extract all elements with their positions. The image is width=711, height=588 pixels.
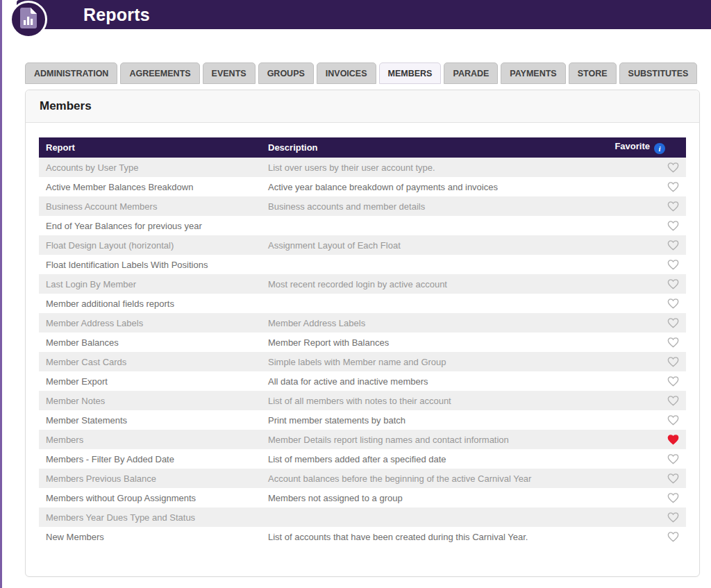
table-row[interactable]: Member additional fields reports [39,294,686,313]
left-edge-accent-line [0,0,2,588]
report-name[interactable]: Members Previous Balance [39,469,261,488]
tab-parade[interactable]: PARADE [444,62,498,84]
tab-store[interactable]: STORE [569,62,617,84]
favorite-button[interactable] [667,201,679,212]
favorite-cell [582,177,686,196]
report-name[interactable]: Member Cast Cards [39,352,261,371]
favorite-cell [582,216,686,235]
report-name[interactable]: Accounts by User Type [39,158,261,177]
favorite-cell [582,255,686,274]
report-name[interactable]: End of Year Balances for previous year [39,216,261,235]
favorite-button[interactable] [667,473,679,484]
report-name[interactable]: Members Year Dues Type and Status [39,507,261,527]
table-row[interactable]: Members Member Details report listing na… [39,430,686,449]
favorite-button[interactable] [667,396,679,406]
favorite-button[interactable] [667,162,679,173]
heart-icon [667,493,679,503]
table-row[interactable]: Float Identification Labels With Positio… [39,255,686,274]
report-name[interactable]: Active Member Balances Breakdown [39,177,261,196]
favorite-button[interactable] [667,357,679,367]
table-row[interactable]: Last Login By Member Most recent recorde… [39,274,686,294]
favorite-cell [582,352,686,371]
report-description: List of members added after a specified … [261,449,582,469]
report-name[interactable]: Member Notes [39,391,261,410]
favorite-button[interactable] [667,182,679,192]
table-row[interactable]: Member Notes List of all members with no… [39,391,686,410]
tab-agreements[interactable]: AGREEMENTS [120,62,199,84]
header-bar: Reports [17,0,711,29]
table-row[interactable]: Member Balances Member Report with Balan… [39,333,686,352]
report-name[interactable]: Member Statements [39,410,261,430]
table-row[interactable]: Members Year Dues Type and Status [39,507,686,527]
heart-icon [667,473,679,484]
table-row[interactable]: Member Statements Print member statement… [39,410,686,430]
favorite-cell [582,294,686,313]
table-row[interactable]: Business Account Members Business accoun… [39,196,686,216]
table-row[interactable]: Member Address Labels Member Address Lab… [39,313,686,333]
favorite-button[interactable] [667,532,679,542]
favorite-cell [582,469,686,488]
report-name[interactable]: Member additional fields reports [39,294,261,313]
table-row[interactable]: Accounts by User Type List over users by… [39,158,686,177]
report-name[interactable]: Member Address Labels [39,313,261,333]
favorite-button[interactable] [667,454,679,464]
favorite-button[interactable] [667,337,679,348]
table-row[interactable]: Active Member Balances Breakdown Active … [39,177,686,196]
heart-icon [667,201,679,212]
report-name[interactable]: Float Identification Labels With Positio… [39,255,261,274]
favorite-button[interactable] [667,260,679,270]
favorite-button[interactable] [667,279,679,289]
tab-events[interactable]: EVENTS [203,62,256,84]
favorite-button[interactable] [667,376,679,387]
favorite-button[interactable] [667,493,679,503]
report-name[interactable]: Member Export [39,371,261,391]
favorite-cell [582,274,686,294]
table-row[interactable]: Member Export All data for active and in… [39,371,686,391]
report-name[interactable]: Members without Group Assignments [39,488,261,507]
favorite-cell [582,235,686,255]
report-name[interactable]: Business Account Members [39,196,261,216]
heart-icon [667,532,679,542]
report-name[interactable]: Member Balances [39,333,261,352]
favorite-button[interactable] [667,512,679,523]
table-row[interactable]: New Members List of accounts that have b… [39,527,686,546]
report-description: Account balances before the beginning of… [261,469,582,488]
panel-title: Members [26,90,699,123]
favorite-button[interactable] [667,299,679,309]
tab-members[interactable]: MEMBERS [379,62,442,84]
table-row[interactable]: Members - Filter By Added Date List of m… [39,449,686,469]
table-row[interactable]: Float Design Layout (horizontal) Assignm… [39,235,686,255]
table-row[interactable]: End of Year Balances for previous year [39,216,686,235]
favorite-cell [582,391,686,410]
info-icon[interactable]: i [654,143,665,154]
table-row[interactable]: Members Previous Balance Account balance… [39,469,686,488]
tab-bar: ADMINISTRATIONAGREEMENTSEVENTSGROUPSINVO… [25,62,700,84]
table-header-row: Report Description Favoritei [39,137,686,158]
heart-icon [667,240,679,251]
tab-administration[interactable]: ADMINISTRATION [25,62,117,84]
tab-groups[interactable]: GROUPS [258,62,314,84]
favorite-button[interactable] [667,318,679,328]
reports-logo-badge [10,1,47,38]
tab-substitutes[interactable]: SUBSTITUTES [619,62,698,84]
table-row[interactable]: Member Cast Cards Simple labels with Mem… [39,352,686,371]
report-name[interactable]: Members [39,430,261,449]
report-name[interactable]: Last Login By Member [39,274,261,294]
report-name[interactable]: New Members [39,527,261,546]
favorite-cell [582,313,686,333]
column-header-report: Report [39,137,261,158]
heart-icon [667,260,679,270]
favorite-button[interactable] [667,435,679,445]
heart-icon [667,182,679,192]
table-row[interactable]: Members without Group Assignments Member… [39,488,686,507]
heart-icon [667,415,679,426]
heart-icon [667,162,679,173]
column-header-description: Description [261,137,582,158]
tab-payments[interactable]: PAYMENTS [501,62,565,84]
report-name[interactable]: Members - Filter By Added Date [39,449,261,469]
tab-invoices[interactable]: INVOICES [317,62,376,84]
favorite-button[interactable] [667,221,679,231]
favorite-button[interactable] [667,415,679,426]
report-name[interactable]: Float Design Layout (horizontal) [39,235,261,255]
favorite-button[interactable] [667,240,679,251]
